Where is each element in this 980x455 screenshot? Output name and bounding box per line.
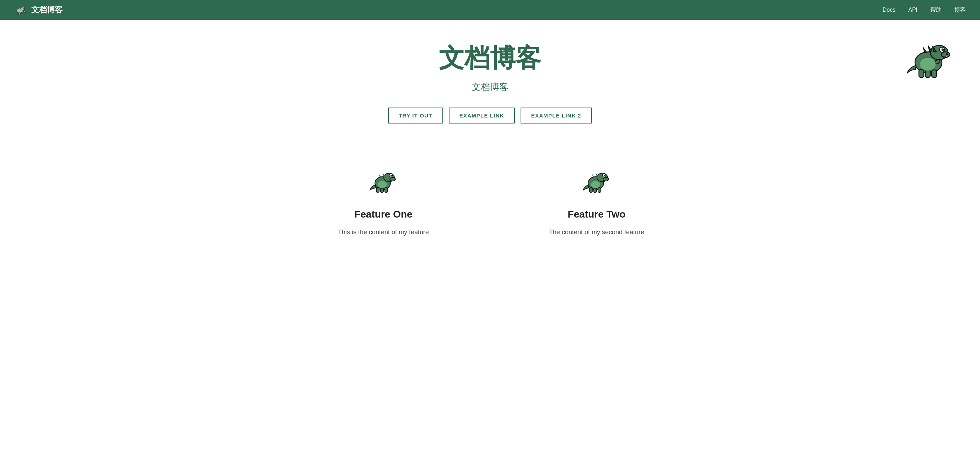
help-link[interactable]: 帮助: [930, 6, 942, 14]
feature-one-dino-icon: [369, 166, 398, 195]
svg-rect-42: [590, 187, 592, 192]
example-link-2-button[interactable]: EXAMPLE LINK 2: [520, 108, 592, 124]
svg-rect-43: [594, 188, 597, 192]
svg-rect-5: [19, 13, 20, 14]
svg-point-26: [390, 178, 396, 181]
feature-two-dino-icon: [582, 166, 611, 195]
hero-subtitle: 文档博客: [471, 81, 509, 94]
svg-rect-30: [376, 187, 379, 192]
blog-link[interactable]: 博客: [955, 6, 966, 14]
svg-rect-6: [21, 13, 22, 14]
svg-point-12: [943, 49, 943, 49]
feature-two-desc: The content of my second feature: [549, 227, 644, 238]
feature-two-card: Feature Two The content of my second fea…: [490, 166, 703, 238]
navbar: 文档博客 Docs API 帮助 博客: [0, 0, 980, 20]
svg-rect-16: [919, 70, 924, 78]
svg-point-33: [378, 181, 387, 188]
svg-marker-21: [928, 46, 932, 51]
brand-text: 文档博客: [31, 5, 62, 15]
navbar-links: Docs API 帮助 博客: [883, 6, 966, 14]
example-link-button[interactable]: EXAMPLE LINK: [449, 108, 515, 124]
features-section: Feature One This is the content of my fe…: [0, 138, 980, 259]
docs-link[interactable]: Docs: [883, 7, 896, 13]
svg-rect-32: [385, 188, 388, 192]
feature-two-title: Feature Two: [568, 209, 626, 220]
svg-point-3: [24, 8, 24, 8]
feature-one-title: Feature One: [354, 209, 412, 220]
svg-rect-17: [925, 70, 930, 78]
brand[interactable]: 文档博客: [14, 3, 62, 16]
feature-one-desc: This is the content of my feature: [338, 227, 429, 238]
brand-logo-icon: [14, 3, 27, 16]
svg-point-29: [391, 174, 391, 175]
svg-point-41: [605, 174, 605, 175]
svg-point-13: [946, 54, 948, 55]
hero-title: 文档博客: [439, 41, 541, 75]
svg-rect-18: [932, 70, 937, 78]
try-it-out-button[interactable]: TRY IT OUT: [388, 108, 443, 124]
hero-dino-right-icon: [905, 34, 951, 80]
svg-rect-31: [380, 188, 383, 192]
svg-point-38: [603, 178, 609, 181]
svg-point-45: [591, 181, 600, 188]
hero-buttons: TRY IT OUT EXAMPLE LINK EXAMPLE LINK 2: [388, 108, 592, 124]
svg-rect-44: [598, 188, 601, 192]
svg-marker-20: [923, 48, 927, 52]
api-link[interactable]: API: [908, 7, 918, 13]
svg-point-9: [941, 52, 950, 57]
svg-point-23: [920, 58, 935, 71]
feature-one-card: Feature One This is the content of my fe…: [277, 166, 490, 238]
svg-rect-4: [18, 13, 19, 14]
hero-section: 文档博客 文档博客 TRY IT OUT EXAMPLE LINK EXAMPL…: [0, 20, 980, 138]
